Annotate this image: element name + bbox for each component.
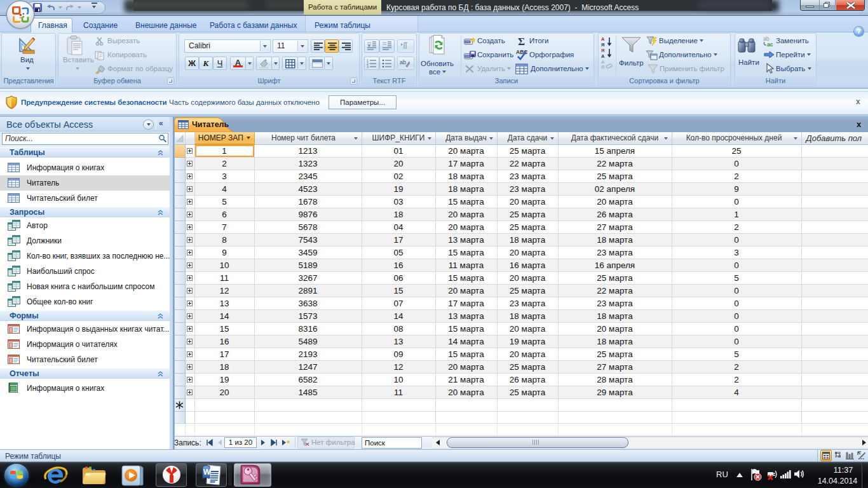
svg-text:А: А [601,36,605,42]
svg-text:Я: Я [601,42,604,47]
svg-text:...: ... [651,56,654,60]
svg-text:ab: ab [400,59,406,65]
svg-text:А: А [601,53,605,58]
svg-text:W: W [203,468,211,477]
svg-text:Я: Я [601,48,604,53]
svg-text:Я: Я [601,64,604,70]
svg-text:ac: ac [767,41,773,47]
svg-text:3: 3 [367,65,369,68]
